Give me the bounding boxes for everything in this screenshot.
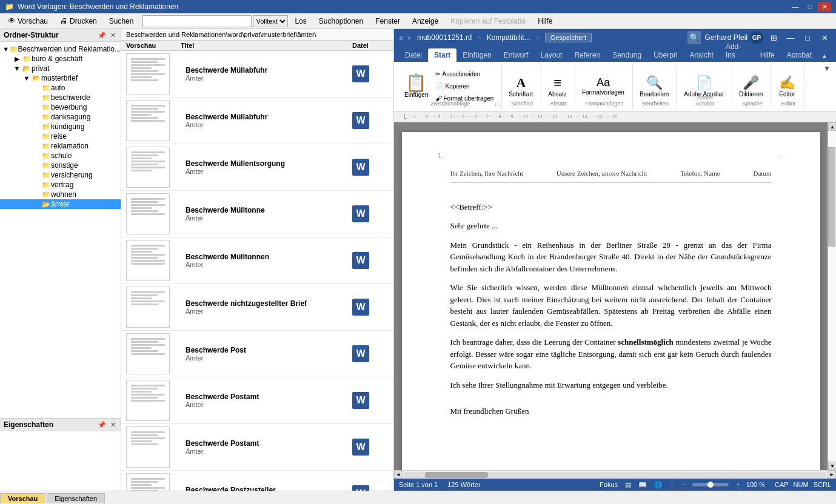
list-item[interactable]: Beschwerde Postamt Ämter bbox=[121, 424, 393, 471]
file-info: Beschwerde Müllabfuhr Ämter bbox=[181, 66, 352, 82]
panel-close-button[interactable]: ✕ bbox=[109, 31, 117, 39]
tree-item-privat[interactable]: ▼ 📂 privat bbox=[0, 64, 121, 73]
doc-paragraph-2: Wie Sie sicherlich wissen, werden diese … bbox=[450, 282, 772, 329]
font-button[interactable]: A Schriftart bbox=[506, 73, 536, 99]
menu-fenster[interactable]: Fenster bbox=[370, 15, 406, 27]
tree-item-bewerbung[interactable]: 📁 bewerbung bbox=[0, 102, 121, 112]
tab-addins[interactable]: Add-Ins bbox=[720, 40, 754, 62]
microphone-icon: 🎤 bbox=[743, 75, 759, 91]
cut-button[interactable]: ✂ Ausschneiden bbox=[432, 68, 497, 80]
clipboard-expand-icon[interactable]: ⬚ bbox=[495, 101, 500, 107]
tree-item-auto[interactable]: 📁 auto bbox=[0, 83, 121, 93]
ribbon-group-edit: 🔍 Bearbeiten Bearbeiten bbox=[634, 64, 677, 108]
tab-referen[interactable]: Referen bbox=[568, 48, 606, 62]
page-info: Seite 1 von 1 bbox=[399, 481, 438, 488]
ribbon-collapse-button[interactable]: ▲ bbox=[818, 50, 831, 62]
view-web-button[interactable]: 🌐 bbox=[653, 481, 664, 489]
word-restore-button[interactable]: □ bbox=[801, 31, 814, 44]
tree-item-buero[interactable]: ▶ 📁 büro & geschäft bbox=[0, 54, 121, 64]
panel-pin-button[interactable]: 📌 bbox=[98, 31, 106, 39]
edit-button[interactable]: 🔍 Bearbeiten bbox=[637, 73, 672, 99]
editor-button[interactable]: ✍ Editor bbox=[775, 73, 799, 99]
maximize-button[interactable]: □ bbox=[803, 2, 817, 12]
list-item[interactable]: Beschwerde Postzusteller Ämter bbox=[121, 471, 393, 491]
list-item[interactable]: Beschwerde Postamt Ämter bbox=[121, 377, 393, 424]
list-item[interactable]: Beschwerde nichtzugestellter Brief Ämter bbox=[121, 284, 393, 331]
tree-item-beschwerde[interactable]: 📁 beschwerde bbox=[0, 93, 121, 102]
scroll-down-button[interactable]: ▼ bbox=[828, 462, 836, 470]
tab-layout[interactable]: Layout bbox=[534, 48, 568, 62]
tab-eigenschaften[interactable]: Eigenschaften bbox=[47, 493, 105, 503]
list-item[interactable]: Beschwerde Müllabfuhr Ämter bbox=[121, 51, 393, 98]
tree-item-musterbrief[interactable]: ▼ 📂 musterbrief bbox=[0, 73, 121, 83]
tab-entwurf[interactable]: Entwurf bbox=[498, 48, 535, 62]
tab-acrobat[interactable]: Acrobat bbox=[781, 48, 818, 62]
word-minimize-button[interactable]: — bbox=[784, 31, 797, 44]
view-read-button[interactable]: 📖 bbox=[637, 481, 648, 489]
tree-item-versicherung[interactable]: 📁 versicherung bbox=[0, 170, 121, 180]
tab-hilfe[interactable]: Hilfe bbox=[754, 48, 781, 62]
h-scroll-thumb[interactable] bbox=[425, 472, 489, 478]
menu-hilfe[interactable]: Hilfe bbox=[532, 15, 558, 27]
menu-kopieren[interactable]: Kopieren auf Festplatte bbox=[445, 15, 531, 27]
search-input[interactable] bbox=[142, 15, 252, 27]
tree-item-reise[interactable]: 📁 reise bbox=[0, 131, 121, 141]
tab-ansicht[interactable]: Ansicht bbox=[684, 48, 720, 62]
menu-suchen[interactable]: Suchen bbox=[104, 15, 139, 27]
dictate-button[interactable]: 🎤 Diktieren bbox=[736, 73, 766, 99]
list-item[interactable]: Beschwerde Post Ämter bbox=[121, 331, 393, 377]
tree-item-wohnen[interactable]: 📁 wohnen bbox=[0, 190, 121, 199]
search-type-select[interactable]: Volltext bbox=[253, 15, 288, 27]
zoom-in-button[interactable]: + bbox=[735, 481, 741, 488]
tab-einfuegen[interactable]: Einfügen bbox=[456, 48, 497, 62]
copy-button[interactable]: 📄 Kopieren bbox=[432, 81, 497, 92]
tree-item-vertrag[interactable]: 📁 vertrag bbox=[0, 180, 121, 190]
zoom-out-button[interactable]: − bbox=[680, 481, 686, 488]
menu-vorschau[interactable]: 👁 Vorschau bbox=[2, 15, 53, 27]
tree-item-schule[interactable]: 📁 schule bbox=[0, 151, 121, 161]
tab-start[interactable]: Start bbox=[428, 48, 456, 62]
paste-button[interactable]: 📋 Einfügen bbox=[401, 73, 431, 100]
styles-button[interactable]: Aa Formatvorlagen bbox=[579, 75, 627, 98]
tab-datei[interactable]: Datei bbox=[399, 48, 428, 62]
tab-ueberpri[interactable]: Überpri bbox=[647, 48, 683, 62]
tree-item-danksagung[interactable]: 📁 danksagung bbox=[0, 112, 121, 122]
menu-anzeige[interactable]: Anzeige bbox=[407, 15, 444, 27]
list-item[interactable]: Beschwerde Müllabfuhr Ämter bbox=[121, 98, 393, 144]
focus-button[interactable]: Fokus bbox=[598, 481, 619, 488]
tree-item-reklamation[interactable]: 📁 reklamation bbox=[0, 141, 121, 151]
scroll-right-button[interactable]: ► bbox=[828, 471, 836, 479]
scroll-left-button[interactable]: ◄ bbox=[394, 471, 403, 479]
zoom-slider-thumb[interactable] bbox=[707, 482, 714, 488]
minimize-button[interactable]: — bbox=[789, 2, 802, 12]
prop-close-button[interactable]: ✕ bbox=[109, 420, 117, 429]
menu-drucken[interactable]: 🖨 Drucken bbox=[55, 15, 102, 27]
word-nav-prev[interactable]: « bbox=[399, 33, 404, 42]
zoom-slider[interactable] bbox=[692, 483, 729, 486]
tree-item-aemter[interactable]: 📂 ämter bbox=[0, 199, 121, 209]
view-normal-button[interactable]: ▤ bbox=[624, 481, 632, 489]
word-layout-button[interactable]: ⊞ bbox=[767, 31, 780, 44]
scroll-up-button[interactable]: ▲ bbox=[828, 122, 836, 131]
ribbon-scroll-down[interactable]: ▼ bbox=[823, 64, 831, 73]
paragraph-button[interactable]: ≡ Absatz bbox=[545, 73, 570, 99]
word-close-button[interactable]: ✕ bbox=[818, 31, 831, 44]
prop-pin-button[interactable]: 📌 bbox=[98, 420, 106, 429]
tree-item-root[interactable]: ▼ 📁 Beschwerden und Reklamatio... bbox=[0, 44, 121, 54]
list-item[interactable]: Beschwerde Mülltonne Ämter bbox=[121, 191, 393, 237]
scrollbar-thumb[interactable] bbox=[828, 147, 835, 247]
doc-area[interactable]: L ⌐ Ihr Zeichen, Ihre Nachricht Unsere Z… bbox=[394, 122, 828, 470]
close-button[interactable]: ✕ bbox=[818, 2, 831, 12]
menu-los[interactable]: Los bbox=[289, 15, 312, 27]
menu-suchoptionen[interactable]: Suchoptionen bbox=[313, 15, 369, 27]
tab-vorschau[interactable]: Vorschau bbox=[0, 493, 45, 503]
list-item[interactable]: Beschwerde Mülltonnen Ämter bbox=[121, 237, 393, 284]
properties-panel: Eigenschaften 📌 ✕ bbox=[0, 418, 121, 491]
tab-sendung[interactable]: Sendung bbox=[606, 48, 647, 62]
word-search-button[interactable]: 🔍 bbox=[687, 31, 701, 44]
list-item[interactable]: Beschwerde Müllentsorgung Ämter bbox=[121, 144, 393, 191]
tree-item-sonstige[interactable]: 📁 sonstige bbox=[0, 161, 121, 170]
tree-item-kuendigung[interactable]: 📁 kündigung bbox=[0, 122, 121, 131]
saved-status-button[interactable]: Gespeichert bbox=[545, 33, 592, 42]
ruler-scale: · 1 · · · 2 · · · 3 · · · 4 · · · 5 · · … bbox=[411, 114, 617, 119]
